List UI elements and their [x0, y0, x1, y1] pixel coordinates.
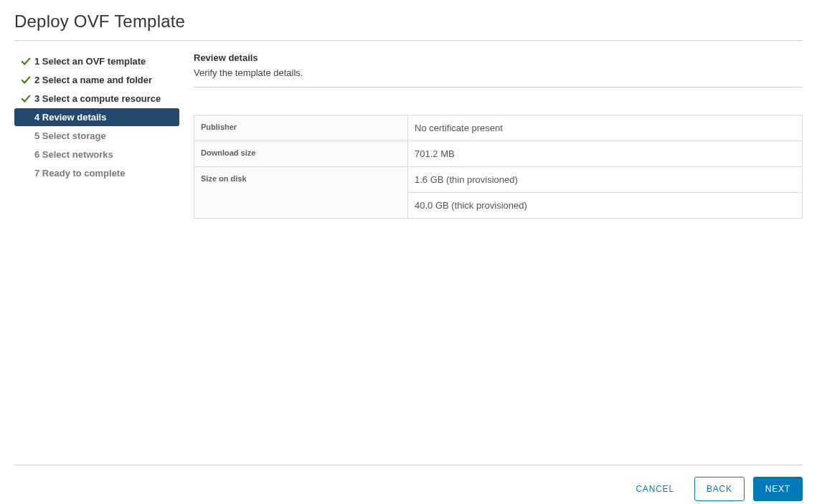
detail-value: 701.2 MB [408, 141, 803, 167]
step-select-name-folder[interactable]: 2 Select a name and folder [14, 71, 179, 89]
table-row: Download size 701.2 MB [194, 141, 803, 167]
step-label: 1 Select an OVF template [34, 56, 146, 67]
table-row: Publisher No certificate present [194, 115, 803, 141]
step-label: 7 Ready to complete [34, 168, 125, 179]
detail-label: Size on disk [194, 167, 408, 219]
step-ready-to-complete: 7 Ready to complete [14, 164, 179, 182]
main-panel: Review details Verify the template detai… [179, 52, 803, 465]
step-select-storage: 5 Select storage [14, 127, 179, 145]
detail-value: 40.0 GB (thick provisioned) [408, 193, 803, 219]
panel-divider [194, 87, 803, 87]
step-label: 3 Select a compute resource [34, 93, 161, 104]
step-select-ovf-template[interactable]: 1 Select an OVF template [14, 52, 179, 70]
table-row: Size on disk 1.6 GB (thin provisioned) [194, 167, 803, 193]
detail-value: No certificate present [408, 115, 803, 141]
check-icon [20, 57, 32, 67]
cancel-button[interactable]: CANCEL [624, 477, 685, 500]
step-label: 4 Review details [34, 112, 106, 123]
next-button[interactable]: NEXT [753, 477, 803, 501]
detail-label: Download size [194, 141, 408, 167]
wizard-footer: CANCEL BACK NEXT [14, 465, 803, 501]
step-select-networks: 6 Select networks [14, 146, 179, 163]
detail-label: Publisher [194, 115, 408, 141]
panel-title: Review details [194, 52, 803, 63]
step-label: 6 Select networks [34, 149, 113, 160]
step-label: 5 Select storage [34, 130, 106, 141]
step-label: 2 Select a name and folder [34, 75, 152, 85]
review-details-table: Publisher No certificate present Downloa… [194, 115, 803, 219]
step-review-details[interactable]: 4 Review details [14, 108, 179, 126]
dialog-title: Deploy OVF Template [14, 11, 803, 41]
panel-subtitle: Verify the template details. [194, 67, 803, 78]
wizard-sidebar: 1 Select an OVF template 2 Select a name… [14, 52, 179, 465]
step-select-compute-resource[interactable]: 3 Select a compute resource [14, 90, 179, 108]
detail-value: 1.6 GB (thin provisioned) [408, 167, 803, 193]
back-button[interactable]: BACK [694, 477, 745, 501]
check-icon [20, 75, 32, 85]
check-icon [20, 94, 32, 104]
